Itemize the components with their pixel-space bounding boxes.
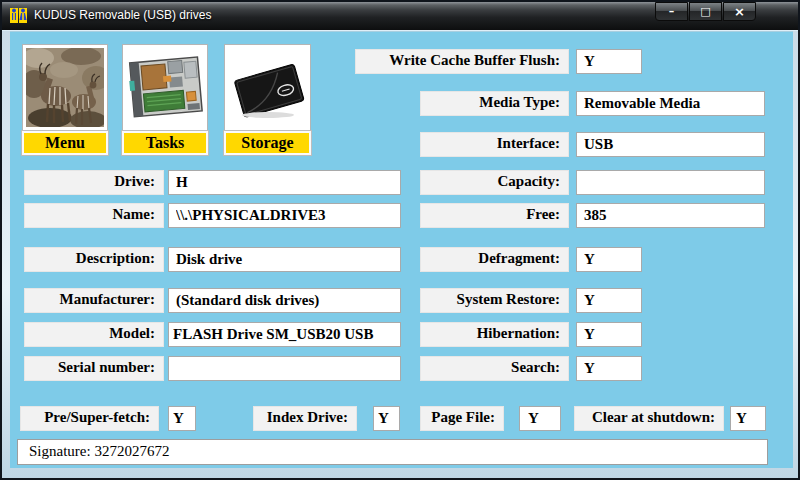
write-cache-label: Write Cache Buffer Flush: — [355, 49, 569, 74]
close-icon: × — [734, 4, 745, 19]
free-label: Free: — [420, 203, 569, 228]
system-restore-input[interactable] — [576, 288, 642, 313]
kudu-antelope-photo — [22, 44, 108, 131]
defragment-label: Defragment: — [420, 247, 569, 272]
system-restore-label: System Restore: — [420, 288, 569, 313]
prefetch-label: Pre/Super-fetch: — [20, 406, 159, 431]
signature-box[interactable]: Signature: 3272027672 — [17, 439, 768, 465]
manufacturer-input[interactable] — [168, 288, 401, 313]
clear-at-shutdown-label: Clear at shutdown: — [574, 406, 724, 431]
interface-label: Interface: — [420, 132, 569, 157]
model-label: Model: — [24, 322, 164, 347]
close-button[interactable]: × — [723, 2, 756, 21]
description-label: Description: — [24, 247, 164, 272]
capacity-input[interactable] — [576, 170, 765, 195]
minimize-button[interactable]: – — [655, 2, 688, 21]
window-title: KUDUS Removable (USB) drives — [34, 8, 211, 22]
description-input[interactable] — [168, 247, 401, 272]
tasks-button-label: Tasks — [122, 131, 208, 155]
capacity-label: Capacity: — [420, 170, 569, 195]
menu-button-label: Menu — [22, 131, 108, 155]
model-input[interactable] — [168, 322, 401, 347]
prefetch-input[interactable] — [168, 406, 196, 431]
media-type-label: Media Type: — [420, 91, 569, 116]
caption-buttons: – □ × — [654, 2, 756, 22]
maximize-button[interactable]: □ — [689, 2, 722, 21]
defragment-input[interactable] — [576, 247, 642, 272]
manufacturer-label: Manufacturer: — [24, 288, 164, 313]
index-drive-label: Index Drive: — [253, 406, 357, 431]
ssd-drive-photo — [224, 44, 311, 131]
name-label: Name: — [24, 203, 164, 228]
search-label: Search: — [420, 356, 569, 381]
page-file-label: Page File: — [420, 406, 504, 431]
tasks-button[interactable]: Tasks — [122, 44, 208, 156]
kudus-people-icon — [10, 7, 27, 24]
write-cache-input[interactable] — [576, 49, 642, 74]
menu-button[interactable]: Menu — [22, 44, 108, 156]
minimize-icon: – — [669, 5, 675, 18]
clear-at-shutdown-input[interactable] — [730, 406, 766, 431]
index-drive-input[interactable] — [373, 406, 400, 431]
title-bar: KUDUS Removable (USB) drives – □ × — [2, 2, 798, 31]
interface-input[interactable] — [576, 132, 765, 157]
storage-button-label: Storage — [224, 131, 311, 155]
hibernation-input[interactable] — [576, 322, 642, 347]
serial-number-label: Serial number: — [24, 356, 164, 381]
media-type-input[interactable] — [576, 91, 765, 116]
name-input[interactable] — [168, 203, 401, 228]
search-input[interactable] — [576, 356, 642, 381]
storage-button[interactable]: Storage — [224, 44, 311, 156]
server-hardware-photo — [122, 44, 208, 131]
app-window: KUDUS Removable (USB) drives – □ × — [0, 0, 800, 480]
drive-label: Drive: — [24, 170, 164, 195]
serial-number-input[interactable] — [168, 356, 401, 381]
page-file-input[interactable] — [519, 406, 561, 431]
drive-input[interactable] — [168, 170, 401, 195]
maximize-icon: □ — [700, 5, 710, 18]
free-input[interactable] — [576, 203, 765, 228]
hibernation-label: Hibernation: — [420, 322, 569, 347]
